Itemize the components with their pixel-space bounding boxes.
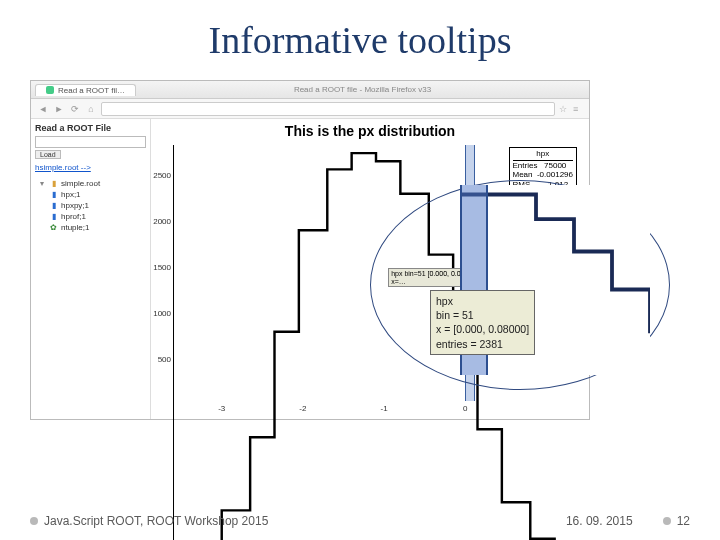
footer-page: 12 [677, 514, 690, 528]
browser-toolbar: ◄ ► ⟳ ⌂ ☆ ≡ [31, 99, 589, 119]
tree-node-root[interactable]: ▾ ▮ simple.root [35, 178, 146, 189]
footer-bullet-icon [663, 517, 671, 525]
slide-title: Informative tooltips [0, 0, 720, 62]
tree-node-hpxpy[interactable]: ▮ hpxpy;1 [35, 200, 146, 211]
tooltip-line: hpx [436, 294, 529, 308]
tab-label: Read a ROOT fil… [58, 86, 125, 95]
tree-label: simple.root [61, 179, 100, 188]
tab-favicon-icon [46, 86, 54, 94]
file-url-input[interactable] [35, 136, 146, 148]
tree-node-hprof[interactable]: ▮ hprof;1 [35, 211, 146, 222]
hist-icon: ▮ [49, 201, 58, 210]
stats-title: hpx [513, 149, 574, 161]
tree-label: hpx;1 [61, 190, 81, 199]
window-title: Read a ROOT file - Mozilla Firefox v33 [136, 85, 589, 94]
nav-home-icon[interactable]: ⌂ [85, 103, 97, 115]
menu-icon[interactable]: ≡ [573, 104, 583, 114]
nav-back-icon[interactable]: ◄ [37, 103, 49, 115]
footer-left: Java.Script ROOT, ROOT Workshop 2015 [44, 514, 268, 528]
hist-icon: ▮ [49, 212, 58, 221]
tree-node-hpx[interactable]: ▮ hpx;1 [35, 189, 146, 200]
star-icon[interactable]: ☆ [559, 104, 569, 114]
hist-icon: ▮ [49, 190, 58, 199]
url-bar[interactable] [101, 102, 555, 116]
slide: Informative tooltips Read a ROOT fil… Re… [0, 0, 720, 540]
tree-label: hprof;1 [61, 212, 86, 221]
tree-label: ntuple;1 [61, 223, 89, 232]
branch-icon: ✿ [49, 223, 58, 232]
example-link[interactable]: hsimple.root --> [35, 163, 146, 172]
sidebar: Read a ROOT File Load hsimple.root --> ▾… [31, 119, 151, 419]
tree-node-ntuple[interactable]: ✿ ntuple;1 [35, 222, 146, 233]
tooltip-line: bin = 51 [436, 308, 529, 322]
folder-icon: ▮ [49, 179, 58, 188]
browser-tabbar: Read a ROOT fil… Read a ROOT file - Mozi… [31, 81, 589, 99]
nav-forward-icon[interactable]: ► [53, 103, 65, 115]
content-area: Read a ROOT fil… Read a ROOT file - Mozi… [30, 80, 610, 460]
tooltip-box: hpx bin = 51 x = [0.000, 0.08000] entrie… [430, 290, 535, 355]
load-button[interactable]: Load [35, 150, 61, 159]
sidebar-heading: Read a ROOT File [35, 123, 146, 133]
tree-label: hpxpy;1 [61, 201, 89, 210]
nav-reload-icon[interactable]: ⟳ [69, 103, 81, 115]
slide-footer: Java.Script ROOT, ROOT Workshop 2015 16.… [0, 514, 720, 528]
file-tree: ▾ ▮ simple.root ▮ hpx;1 ▮ hpxpy;1 [35, 178, 146, 233]
toolbar-right-icons: ☆ ≡ [559, 104, 583, 114]
footer-date: 16. 09. 2015 [566, 514, 633, 528]
tooltip-line: x = [0.000, 0.08000] [436, 322, 529, 336]
browser-tab[interactable]: Read a ROOT fil… [35, 84, 136, 96]
chart-title: This is the px distribution [151, 119, 589, 139]
expand-icon: ▾ [37, 179, 46, 188]
footer-bullet-icon [30, 517, 38, 525]
tooltip-line: entries = 2381 [436, 337, 529, 351]
